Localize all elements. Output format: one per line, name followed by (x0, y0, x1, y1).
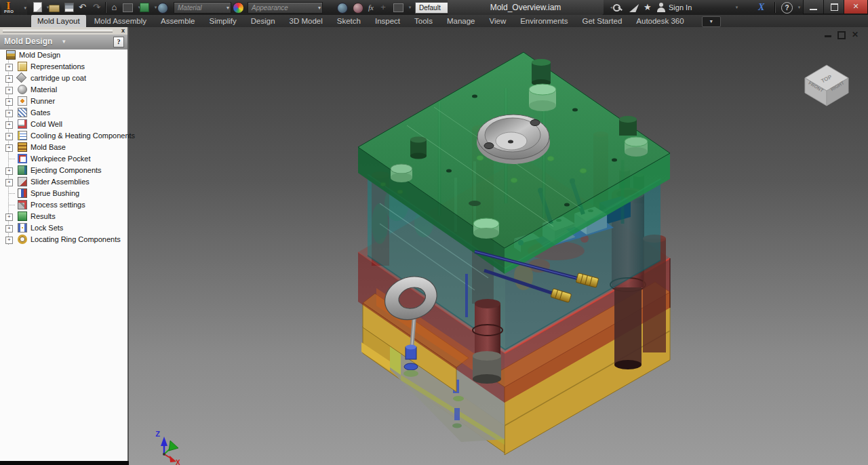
exchange-apps-button[interactable]: X (758, 0, 764, 15)
tree-item-lock-sets[interactable]: +Lock Sets (0, 222, 127, 234)
shaded-view-button[interactable] (157, 2, 169, 13)
tab-environments[interactable]: Environments (514, 15, 574, 27)
adjust-button[interactable] (337, 2, 349, 13)
inventor-logo[interactable]: I PRO ▾ (1, 0, 27, 15)
tree-item-label[interactable]: Runner (31, 97, 55, 105)
tree-item-runner[interactable]: +Runner (0, 96, 127, 107)
sign-in-link[interactable]: Sign In (669, 0, 692, 15)
tree-item-label[interactable]: Mold Base (31, 143, 66, 151)
signin-caret-icon[interactable]: ▾ (731, 2, 743, 13)
expander-plus-icon[interactable]: + (5, 75, 13, 83)
expander-plus-icon[interactable]: + (5, 87, 13, 94)
tab-simplify[interactable]: Simplify (203, 15, 243, 27)
material-dropdown[interactable]: Material ▾ (174, 2, 231, 14)
tree-item-label[interactable]: Material (31, 85, 57, 94)
tree-item-representations[interactable]: +Representations (0, 61, 127, 73)
expander-plus-icon[interactable]: + (5, 144, 13, 152)
tab-sketch[interactable]: Sketch (331, 15, 367, 27)
browser-header[interactable]: Mold Design ▾ ? (0, 35, 127, 50)
tree-item-results[interactable]: +Results (0, 211, 127, 222)
tree-item-label[interactable]: Representations (31, 62, 85, 70)
redo-button[interactable]: ↷ (91, 2, 102, 13)
expander-plus-icon[interactable]: + (5, 167, 13, 175)
tree-item-label[interactable]: Results (31, 212, 56, 220)
tab-get-started[interactable]: Get Started (576, 15, 629, 27)
close-button[interactable]: ✕ (844, 0, 868, 14)
appearance-dropdown[interactable]: Appearance ▾ (248, 2, 323, 14)
color-wheel-icon[interactable] (233, 2, 244, 14)
tab-view[interactable]: View (483, 15, 512, 27)
tree-item-label[interactable]: Lock Sets (31, 224, 63, 232)
doc-close-icon[interactable]: ✕ (852, 30, 859, 39)
expander-plus-icon[interactable]: + (5, 225, 13, 232)
tree-item-ejecting-components[interactable]: +Ejecting Components (0, 165, 127, 176)
tree-item-label[interactable]: Workpiece Pocket (31, 155, 90, 163)
view-cube[interactable]: TOP FRONT RIGHT (805, 65, 848, 106)
tree-item-mold-design[interactable]: Mold Design (0, 49, 127, 61)
tree-item-label[interactable]: Sprue Bushing (31, 189, 79, 197)
restore-button[interactable] (823, 0, 845, 14)
minimize-button[interactable] (803, 0, 825, 14)
expander-plus-icon[interactable]: + (5, 98, 13, 106)
tab-mold-assembly[interactable]: Mold Assembly (88, 15, 153, 27)
tree-item-label[interactable]: Process settings (31, 201, 85, 209)
tab-mold-layout[interactable]: Mold Layout (31, 15, 86, 27)
expander-plus-icon[interactable]: + (5, 214, 13, 221)
ribbon-more-button[interactable]: ▾ (702, 16, 721, 27)
expander-plus-icon[interactable]: + (5, 237, 13, 244)
tree-item-process-settings[interactable]: Process settings (0, 199, 127, 211)
tree-item-mold-base[interactable]: +Mold Base (0, 142, 127, 153)
tab-assemble[interactable]: Assemble (155, 15, 201, 27)
tree-item-slider-assemblies[interactable]: +Slider Assemblies (0, 176, 127, 188)
tree-item-cold-well[interactable]: +Cold Well (0, 119, 127, 130)
account-button[interactable] (656, 2, 668, 13)
capture-button[interactable] (123, 2, 134, 13)
logo-caret-icon[interactable]: ▾ (24, 5, 26, 11)
measure-button[interactable]: + (378, 2, 388, 13)
expander-plus-icon[interactable]: + (5, 179, 13, 186)
tree-item-label[interactable]: Cold Well (31, 120, 62, 128)
viewport-3d[interactable]: TOP FRONT RIGHT Z X ✕ (129, 27, 868, 465)
tree-item-cooling-heating-components[interactable]: +Cooling & Heating Components (0, 130, 127, 142)
tree-item-workpiece-pocket[interactable]: Workpiece Pocket (0, 153, 127, 165)
image-caret-icon[interactable]: ▾ (404, 2, 416, 13)
tree-item-label[interactable]: Ejecting Components (31, 166, 102, 174)
tree-item-cartridge-up-coat[interactable]: +cartridge up coat (0, 73, 127, 84)
undo-button[interactable]: ↶ (77, 2, 88, 13)
tree-item-label[interactable]: cartridge up coat (31, 74, 86, 82)
browser-close-icon[interactable]: x (121, 27, 125, 34)
tree-item-label[interactable]: Gates (31, 108, 50, 117)
browser-help-button[interactable]: ? (113, 37, 124, 47)
browser-caret-icon[interactable]: ▾ (62, 38, 66, 45)
home-button[interactable]: ⌂ (108, 2, 120, 13)
tree-item-gates[interactable]: +Gates (0, 107, 127, 119)
help-button[interactable]: ? (781, 2, 793, 14)
search-help-button[interactable] (612, 2, 624, 13)
tree-item-label[interactable]: Mold Design (19, 51, 60, 59)
tab-tools[interactable]: Tools (408, 15, 439, 27)
doc-restore-icon[interactable] (837, 31, 846, 39)
doc-minimize-icon[interactable] (825, 35, 831, 37)
tab-3d-model[interactable]: 3D Model (283, 15, 329, 27)
open-button[interactable] (49, 2, 60, 13)
tree-item-label[interactable]: Locating Ring Components (31, 235, 121, 243)
tree-item-label[interactable]: Slider Assemblies (31, 178, 90, 186)
favorites-button[interactable]: ★ (644, 2, 655, 13)
tab-autodesk-360[interactable]: Autodesk 360 (630, 15, 690, 27)
expander-plus-icon[interactable]: + (5, 133, 13, 140)
save-button[interactable] (63, 2, 75, 13)
tree-item-label[interactable]: Cooling & Heating Components (31, 132, 135, 140)
tab-design[interactable]: Design (245, 15, 281, 27)
tab-manage[interactable]: Manage (441, 15, 481, 27)
new-document-button[interactable] (31, 2, 43, 13)
expander-plus-icon[interactable]: + (5, 121, 13, 129)
expander-plus-icon[interactable]: + (5, 64, 13, 71)
expander-plus-icon[interactable]: + (5, 110, 13, 117)
browser-title[interactable]: Mold Design (4, 37, 52, 46)
tab-inspect[interactable]: Inspect (369, 15, 406, 27)
image-button[interactable] (393, 2, 405, 13)
share-button[interactable] (629, 2, 641, 13)
tree-item-sprue-bushing[interactable]: Sprue Bushing (0, 188, 127, 199)
tree-item-locating-ring-components[interactable]: +Locating Ring Components (0, 234, 127, 245)
adjust2-button[interactable] (353, 2, 364, 13)
